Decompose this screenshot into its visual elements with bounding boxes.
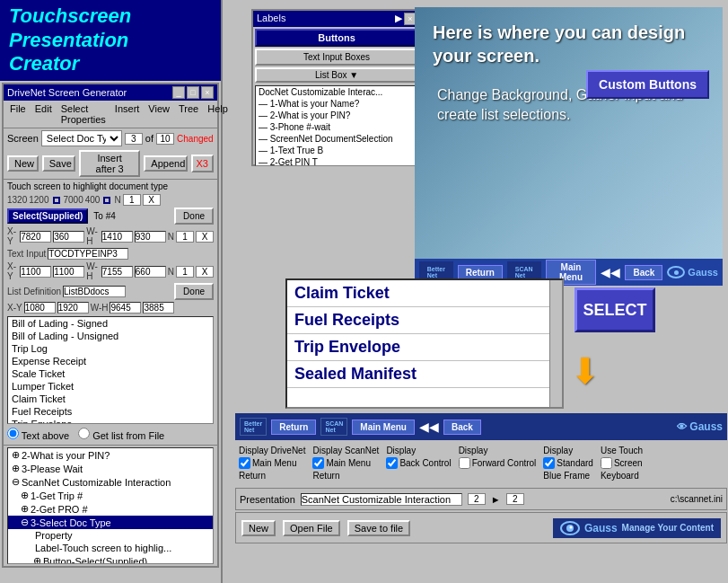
maximize-btn[interactable]: □ [187,86,199,99]
select-btn[interactable]: Select(Supplied) [7,208,88,224]
text-input-btn[interactable]: Text Input Boxes [255,49,418,66]
check-drivenet-main-menu[interactable] [239,457,250,469]
pos-arrow-left[interactable] [53,197,60,204]
sub-list-item-1[interactable]: — 1-What is your Name? [256,98,417,110]
select-action-btn[interactable]: SELECT [575,287,655,332]
menu-file[interactable]: File [7,102,29,126]
done-btn1[interactable]: Done [174,208,214,225]
menu-edit[interactable]: Edit [32,102,55,126]
x-pos2[interactable] [20,231,51,243]
list-item-2[interactable]: Bill of Lading - Unsigned [8,330,213,342]
close-btn[interactable]: × [201,86,214,99]
x-input1[interactable] [143,194,161,206]
open-file-btn[interactable]: Open File [283,520,340,536]
tree-node-get-pro[interactable]: ⊕2-Get PRO # [8,502,213,516]
n-input2[interactable] [176,231,194,243]
text-input-field[interactable] [48,248,128,260]
list-def-field[interactable] [63,286,126,297]
check-standard[interactable] [543,457,555,469]
ld-y[interactable] [57,302,89,314]
list-item-7[interactable]: Claim Ticket [8,393,213,405]
menu-insert[interactable]: Insert [112,102,143,126]
pres-num1[interactable] [468,493,486,505]
check-back-control[interactable] [386,457,398,469]
list-item-5[interactable]: Scale Ticket [8,367,213,380]
list-select-claim[interactable]: Claim Ticket [287,280,562,307]
ti-y[interactable] [53,266,84,278]
radio-get-list[interactable] [78,428,90,439]
list-select-sealed[interactable]: Sealed Manifest [287,361,562,388]
menu-help[interactable]: Help [205,102,231,126]
list-item-9[interactable]: Trip Envelope [8,418,213,424]
list-item-4[interactable]: Expense Receipt [8,355,213,367]
scannet-main-menu-row: Main Menu [312,457,379,469]
ld-w[interactable] [110,302,141,314]
menu-tree[interactable]: Tree [176,102,201,126]
back-btn-1[interactable]: Back [625,265,662,280]
screen-select[interactable]: Select Doc Type [41,130,122,146]
append-btn[interactable]: Append [144,155,187,172]
list-item-1[interactable]: Bill of Lading - Signed [8,317,213,330]
tree-node-select-doc[interactable]: ⊖3-Select Doc Type [8,516,213,529]
insert-after-btn[interactable]: Insert after 3 [79,150,140,177]
back-arrow-icon[interactable]: ◀◀ [601,265,620,279]
sub-list-item-2[interactable]: — 2-What is your PIN? [256,110,417,121]
tree-node-label-touch[interactable]: Label-Touch screen to highlig... [8,542,213,554]
sub-list-item-0[interactable]: DocNet Customizable Interac... [256,86,417,98]
tree-node-get-trip[interactable]: ⊕1-Get Trip # [8,489,213,502]
list-item-6[interactable]: Lumper Ticket [8,380,213,393]
screen-total[interactable] [156,133,174,145]
h-pos2[interactable] [135,231,166,243]
text-input-section: Text Input [4,247,217,261]
tree-node-property[interactable]: Property [8,529,213,542]
new-pres-btn[interactable]: New [241,520,276,536]
save-btn[interactable]: Save [42,155,75,172]
main-menu-btn-2[interactable]: Main Menu [352,420,415,435]
menu-select-properties[interactable]: Select Properties [58,102,109,126]
list-item-8[interactable]: Fuel Receipts [8,405,213,418]
sub-list-item-5[interactable]: — 1-Text True B [256,145,417,156]
tree-node-button-select[interactable]: ⊕Button-Select(Supplied) [8,554,213,564]
done-btn2[interactable]: Done [174,283,214,300]
pos-arrow-right[interactable] [103,197,110,204]
check-forward-control[interactable] [459,457,470,469]
sub-list-item-6[interactable]: — 2-Get PIN T [256,156,417,166]
sub-list-item-4[interactable]: — ScreenNet DocumentSelection [256,133,417,145]
ti-x2[interactable] [196,266,214,278]
radio-text-above[interactable] [7,428,19,439]
ti-n[interactable] [176,266,194,278]
check-scannet-main-menu[interactable] [312,457,324,469]
tree-node-scannet[interactable]: ⊖ScanNet Customizable Interaction [8,475,213,489]
list-select-fuel[interactable]: Fuel Receipts [287,307,562,334]
n-input1[interactable] [123,194,141,206]
x-input2[interactable] [196,231,214,243]
list-scrollbar[interactable] [549,280,562,407]
save-to-file-btn[interactable]: Save to file [347,520,410,536]
back-btn-2[interactable]: Back [443,420,481,435]
ti-x[interactable] [20,266,51,278]
sub-list-item-3[interactable]: — 3-Phone #-wait [256,121,417,133]
return-btn-2[interactable]: Return [271,420,316,435]
minimize-btn[interactable]: _ [172,86,185,99]
pres-num2[interactable] [506,493,524,505]
ld-x[interactable] [24,302,56,314]
buttons-btn[interactable]: Buttons [255,29,418,47]
screen-number[interactable] [125,133,143,145]
tree-node-1[interactable]: ⊕2-What is your PIN? [8,448,213,462]
check-screen-keyboard[interactable] [601,457,612,469]
new-btn[interactable]: New [7,155,39,172]
presentation-select[interactable] [301,493,462,506]
menu-view[interactable]: View [145,102,172,126]
custom-buttons-btn[interactable]: Custom Buttons [586,70,709,99]
list-select-trip[interactable]: Trip Envelope [287,334,562,361]
ti-h[interactable] [135,266,166,278]
ld-h[interactable] [143,302,174,314]
list-item-3[interactable]: Trip Log [8,342,213,355]
y-pos2[interactable] [53,231,84,243]
list-box-btn[interactable]: List Box ▼ [255,67,418,83]
ti-w[interactable] [101,266,133,278]
x3-btn[interactable]: X3 [191,155,214,172]
w-pos2[interactable] [101,231,133,243]
tree-node-2[interactable]: ⊕3-Please Wait [8,462,213,475]
return-btn-1[interactable]: Return [458,265,503,280]
